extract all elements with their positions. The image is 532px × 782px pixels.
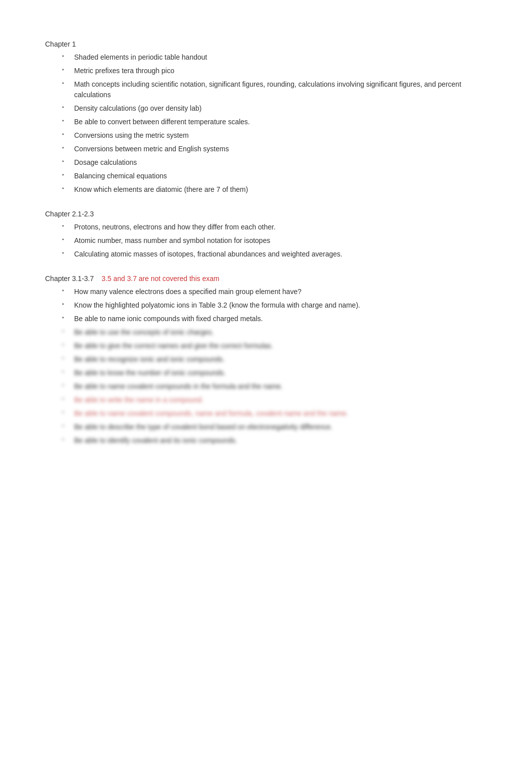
- list-item-blurred: Be able to recognize ionic and ionic com…: [60, 354, 492, 365]
- list-item: Dosage calculations: [60, 157, 492, 168]
- chapter2-title: Chapter 2.1-2.3: [45, 210, 94, 218]
- list-item: Balancing chemical equations: [60, 171, 492, 181]
- list-item-blurred: Be able to use the concepts of ionic cha…: [60, 327, 492, 338]
- chapter2-list: Protons, neutrons, electrons and how the…: [60, 222, 492, 259]
- list-item: Conversions between metric and English s…: [60, 144, 492, 154]
- chapter3-title: Chapter 3.1-3.7: [45, 275, 94, 283]
- list-item-blurred: Be able to name covalent compounds in th…: [60, 381, 492, 392]
- page-content: Chapter 1 Shaded elements in periodic ta…: [45, 40, 492, 446]
- list-item: Metric prefixes tera through pico: [60, 66, 492, 76]
- chapter2-heading: Chapter 2.1-2.3: [45, 210, 492, 218]
- list-item: Density calculations (go over density la…: [60, 103, 492, 114]
- chapter1-title: Chapter 1: [45, 40, 76, 48]
- list-item-blurred: Be able to know the number of ionic comp…: [60, 368, 492, 378]
- list-item: Be able to name ionic compounds with fix…: [60, 314, 492, 324]
- list-item-blurred-red: Be able to name covalent compounds, name…: [60, 408, 492, 419]
- list-item: Know the highlighted polyatomic ions in …: [60, 300, 492, 311]
- list-item: Calculating atomic masses of isotopes, f…: [60, 249, 492, 259]
- chapter3-list: How many valence electrons does a specif…: [60, 287, 492, 446]
- chapter1-section: Chapter 1 Shaded elements in periodic ta…: [45, 40, 492, 195]
- chapter3-heading-spacer: [96, 275, 100, 283]
- list-item: Shaded elements in periodic table handou…: [60, 52, 492, 63]
- list-item: Be able to convert between different tem…: [60, 117, 492, 127]
- list-item: Atomic number, mass number and symbol no…: [60, 235, 492, 246]
- list-item-blurred-red: Be able to write the name in a compound.: [60, 395, 492, 405]
- list-item: Math concepts including scientific notat…: [60, 79, 492, 100]
- chapter1-list: Shaded elements in periodic table handou…: [60, 52, 492, 195]
- list-item: How many valence electrons does a specif…: [60, 287, 492, 297]
- chapter2-section: Chapter 2.1-2.3 Protons, neutrons, elect…: [45, 210, 492, 259]
- chapter3-heading: Chapter 3.1-3.7 3.5 and 3.7 are not cove…: [45, 275, 492, 283]
- chapter1-heading: Chapter 1: [45, 40, 492, 48]
- list-item-blurred: Be able to identify covalent and its ion…: [60, 435, 492, 446]
- list-item-blurred: Be able to describe the type of covalent…: [60, 422, 492, 432]
- list-item: Know which elements are diatomic (there …: [60, 184, 492, 195]
- list-item: Protons, neutrons, electrons and how the…: [60, 222, 492, 232]
- list-item: Conversions using the metric system: [60, 130, 492, 141]
- list-item-blurred: Be able to give the correct names and gi…: [60, 341, 492, 351]
- chapter3-section: Chapter 3.1-3.7 3.5 and 3.7 are not cove…: [45, 275, 492, 446]
- chapter3-red-notice: 3.5 and 3.7 are not covered this exam: [102, 275, 219, 283]
